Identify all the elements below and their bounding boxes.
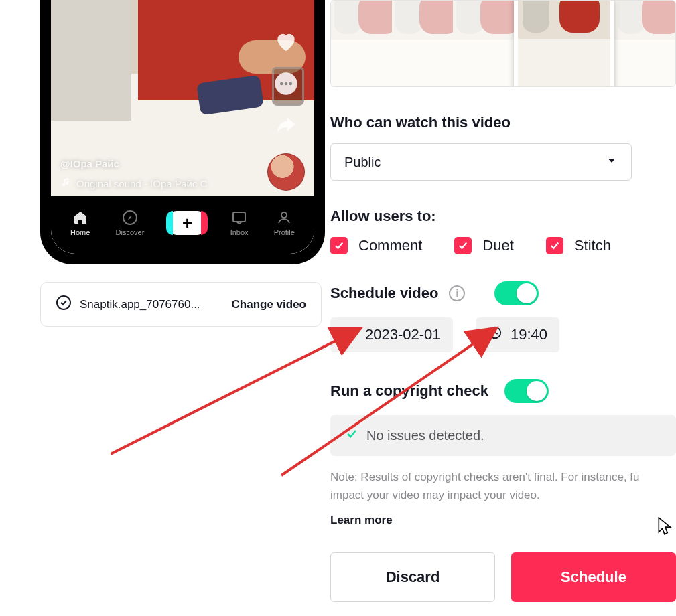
- nav-inbox[interactable]: Inbox: [230, 210, 249, 236]
- allow-duet-label: Duet: [482, 237, 513, 254]
- phone-bottom-nav: Home Discover + Inbox Profile: [51, 196, 314, 254]
- copyright-status-text: No issues detected.: [366, 428, 484, 443]
- allow-stitch-label: Stitch: [574, 237, 611, 254]
- copyright-toggle[interactable]: [504, 379, 549, 403]
- discard-button[interactable]: Discard: [330, 552, 495, 602]
- clock-icon: [488, 325, 502, 344]
- home-icon: [72, 210, 88, 226]
- visibility-title: Who can watch this video: [330, 114, 676, 131]
- svg-point-7: [57, 296, 70, 309]
- change-video-button[interactable]: Change video: [232, 298, 306, 311]
- cover-thumb[interactable]: [614, 1, 675, 86]
- allow-comment-label: Comment: [358, 237, 422, 254]
- svg-rect-9: [346, 331, 354, 337]
- file-row: Snaptik.app_7076760... Change video: [40, 282, 322, 327]
- file-name: Snaptik.app_7076760...: [80, 298, 200, 311]
- info-icon[interactable]: i: [449, 285, 465, 301]
- allow-comment[interactable]: Comment: [330, 237, 422, 254]
- share-icon[interactable]: [274, 113, 298, 137]
- svg-rect-12: [352, 332, 353, 333]
- visibility-select[interactable]: Public: [330, 143, 632, 181]
- compass-icon: [122, 210, 138, 226]
- heart-icon[interactable]: [273, 29, 299, 54]
- inbox-icon: [231, 210, 247, 226]
- schedule-toggle[interactable]: [494, 281, 539, 305]
- checkbox-checked-icon: [454, 237, 472, 254]
- video-username: @IОра Райс: [60, 156, 207, 172]
- svg-point-3: [289, 82, 292, 86]
- cover-thumbnail-strip[interactable]: [330, 0, 676, 87]
- check-icon: [345, 427, 358, 444]
- svg-point-1: [280, 82, 283, 86]
- allow-duet[interactable]: Duet: [454, 237, 513, 254]
- schedule-title: Schedule video: [330, 285, 438, 302]
- schedule-time-value: 19:40: [511, 326, 547, 343]
- nav-create-button[interactable]: +: [170, 211, 204, 235]
- nav-profile-label: Profile: [274, 228, 295, 236]
- svg-rect-14: [349, 335, 350, 336]
- schedule-button[interactable]: Schedule: [511, 552, 676, 602]
- schedule-date-value: 2023-02-01: [365, 326, 441, 343]
- comment-icon[interactable]: [273, 70, 299, 97]
- schedule-date-picker[interactable]: 2023-02-01: [330, 317, 453, 352]
- checkbox-checked-icon: [330, 237, 348, 254]
- schedule-time-picker[interactable]: 19:40: [476, 317, 559, 352]
- checkbox-checked-icon: [546, 237, 563, 254]
- copyright-note: Note: Results of copyright checks aren't…: [330, 468, 676, 504]
- svg-rect-5: [233, 212, 245, 222]
- svg-rect-10: [346, 332, 348, 333]
- phone-preview: @IОра Райс Original sound - IОра Райс С …: [40, 0, 325, 264]
- nav-discover-label: Discover: [116, 228, 145, 236]
- phone-screen: @IОра Райс Original sound - IОра Райс С …: [51, 0, 314, 254]
- music-note-icon: [60, 176, 71, 192]
- calendar-icon: [342, 325, 357, 344]
- mouse-cursor-icon: [658, 517, 673, 538]
- allow-title: Allow users to:: [330, 208, 676, 225]
- svg-point-2: [285, 82, 288, 86]
- svg-point-6: [281, 212, 287, 218]
- sound-avatar[interactable]: [267, 153, 305, 191]
- nav-profile[interactable]: Profile: [274, 210, 295, 236]
- nav-home-label: Home: [70, 228, 90, 236]
- learn-more-link[interactable]: Learn more: [330, 514, 393, 527]
- copyright-status: No issues detected.: [330, 415, 676, 456]
- copyright-title: Run a copyright check: [330, 382, 488, 400]
- svg-rect-13: [346, 335, 348, 336]
- nav-home[interactable]: Home: [70, 210, 90, 236]
- check-circle-icon: [56, 295, 72, 314]
- profile-icon: [276, 210, 292, 226]
- video-sound-label: Original sound - IОра Райс С: [76, 176, 207, 192]
- chevron-down-icon: [606, 155, 618, 170]
- visibility-value: Public: [344, 155, 381, 170]
- cover-thumb-selected[interactable]: [514, 0, 614, 87]
- cover-thumb[interactable]: [331, 1, 392, 86]
- nav-inbox-label: Inbox: [230, 228, 249, 236]
- cover-thumb[interactable]: [392, 1, 453, 86]
- allow-stitch[interactable]: Stitch: [546, 237, 611, 254]
- svg-rect-11: [349, 332, 350, 333]
- cover-thumb[interactable]: [453, 1, 514, 86]
- nav-discover[interactable]: Discover: [116, 210, 145, 236]
